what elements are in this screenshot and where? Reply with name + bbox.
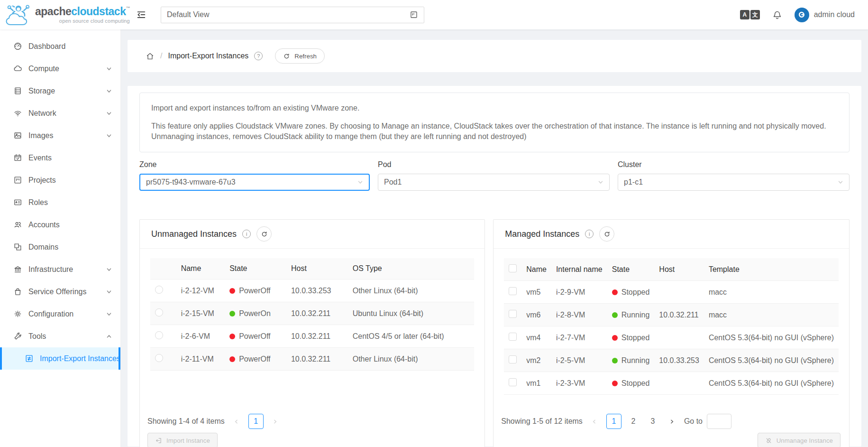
col-host: Host xyxy=(286,258,348,279)
sidebar: Dashboard Compute Storage xyxy=(0,29,121,447)
notification-bell-icon[interactable] xyxy=(772,10,782,20)
next-page-icon[interactable] xyxy=(268,414,283,429)
refresh-button[interactable]: Refresh xyxy=(275,48,325,64)
table-row[interactable]: i-2-12-VM PowerOff 10.0.33.253 Other Lin… xyxy=(150,279,474,302)
table-row[interactable]: vm1 i-2-3-VM Stopped CentOS 5.3(64-bit) … xyxy=(504,372,839,395)
col-internal-name: Internal name xyxy=(551,258,607,281)
row-radio[interactable] xyxy=(155,286,163,294)
user-name: admin cloud xyxy=(814,10,855,19)
user-menu[interactable]: admin cloud xyxy=(795,8,855,22)
sidebar-item-images[interactable]: Images xyxy=(0,124,120,147)
help-icon[interactable]: ? xyxy=(254,52,263,60)
block-icon xyxy=(13,242,22,251)
chevron-down-icon xyxy=(106,88,112,94)
sidebar-item-roles[interactable]: Roles xyxy=(0,191,120,214)
sidebar-item-events[interactable]: Events xyxy=(0,147,120,169)
sidebar-item-import-export-instances[interactable]: Import-Export Instances xyxy=(0,347,120,370)
bank-icon xyxy=(13,265,22,274)
row-checkbox[interactable] xyxy=(509,287,517,295)
project-switch-icon[interactable] xyxy=(410,10,418,19)
row-checkbox[interactable] xyxy=(509,333,517,341)
unmanage-instance-button[interactable]: Unmanage Instance xyxy=(758,433,841,447)
page-1[interactable]: 1 xyxy=(248,414,264,429)
cluster-select[interactable]: p1-c1 xyxy=(618,174,850,191)
state-dot xyxy=(612,289,618,295)
chevron-down-icon xyxy=(838,179,843,185)
main-panel: Import and export instances to/from an e… xyxy=(128,86,861,447)
menu-fold-icon[interactable] xyxy=(136,9,146,20)
description-line-1: Import and export instances to/from an e… xyxy=(151,103,838,113)
sidebar-item-dashboard[interactable]: Dashboard xyxy=(0,35,120,57)
view-selector[interactable]: Default View xyxy=(161,7,424,23)
select-all-checkbox[interactable] xyxy=(509,264,517,272)
goto-label: Go to xyxy=(684,417,703,426)
sidebar-item-configuration[interactable]: Configuration xyxy=(0,303,120,325)
sidebar-item-accounts[interactable]: Accounts xyxy=(0,214,120,236)
row-radio[interactable] xyxy=(155,331,163,339)
managed-pagination: Showing 1-5 of 12 items 1 2 3 Go to xyxy=(500,414,842,429)
unmanaged-instances-panel: Unmanaged Instances i xyxy=(139,219,485,447)
table-row[interactable]: i-2-15-VM PowerOn 10.0.32.211 Ubuntu Lin… xyxy=(150,302,474,325)
prev-page-icon[interactable] xyxy=(587,414,602,429)
chevron-down-icon xyxy=(106,267,112,272)
table-row[interactable]: vm6 i-2-8-VM Running 10.0.32.211 macc xyxy=(504,304,839,326)
row-checkbox[interactable] xyxy=(509,378,517,386)
chevron-down-icon xyxy=(106,133,112,139)
translate-icon[interactable]: A 文 xyxy=(740,10,760,19)
sidebar-item-infrastructure[interactable]: Infrastructure xyxy=(0,258,120,280)
row-radio[interactable] xyxy=(155,308,163,317)
chevron-down-icon xyxy=(106,111,112,116)
row-checkbox[interactable] xyxy=(509,355,517,363)
unmanaged-refresh-button[interactable] xyxy=(256,226,272,242)
sidebar-item-service-offerings[interactable]: Service Offerings xyxy=(0,280,120,303)
chevron-down-icon xyxy=(357,179,363,185)
col-name: Name xyxy=(521,258,551,281)
zone-select[interactable]: pr5075-t943-vmware-67u3 xyxy=(139,174,370,191)
breadcrumb: / Import-Export Instances ? Refresh xyxy=(128,40,861,72)
import-instance-button[interactable]: Import Instance xyxy=(147,433,218,447)
sidebar-item-projects[interactable]: Projects xyxy=(0,169,120,191)
sidebar-item-compute[interactable]: Compute xyxy=(0,57,120,80)
chevron-down-icon xyxy=(106,66,112,72)
zone-label: Zone xyxy=(139,160,370,169)
pod-select[interactable]: Pod1 xyxy=(378,174,610,191)
page-3[interactable]: 3 xyxy=(645,414,660,429)
state-dot xyxy=(229,288,235,294)
cloudstack-logo[interactable]: apachecloudstack™ open source cloud comp… xyxy=(0,0,121,29)
table-row[interactable]: i-2-6-VM PowerOff 10.0.32.211 CentOS 4/5… xyxy=(150,325,474,348)
chevron-down-icon xyxy=(598,179,603,185)
gear-icon xyxy=(13,309,22,318)
pod-filter: Pod Pod1 xyxy=(378,160,610,191)
next-page-icon[interactable] xyxy=(665,414,680,429)
col-state: State xyxy=(607,258,655,281)
sidebar-item-tools[interactable]: Tools xyxy=(0,325,120,347)
page-1[interactable]: 1 xyxy=(606,414,621,429)
prev-page-icon[interactable] xyxy=(229,414,244,429)
info-icon[interactable]: i xyxy=(242,230,251,238)
chevron-up-icon xyxy=(106,334,112,339)
state-dot xyxy=(612,335,618,341)
table-row[interactable]: vm5 i-2-9-VM Stopped macc xyxy=(504,281,839,304)
row-checkbox[interactable] xyxy=(509,310,517,318)
sidebar-item-storage[interactable]: Storage xyxy=(0,80,120,102)
brand-tagline: open source cloud computing xyxy=(35,19,130,24)
row-radio[interactable] xyxy=(155,354,163,362)
state-dot xyxy=(229,311,235,317)
table-row[interactable]: i-2-11-VM PowerOff 10.0.32.211 Other Lin… xyxy=(150,348,474,371)
page-2[interactable]: 2 xyxy=(626,414,641,429)
sidebar-item-network[interactable]: Network xyxy=(0,102,120,124)
managed-instances-table: Name Internal name State Host Template xyxy=(504,258,839,395)
managed-refresh-button[interactable] xyxy=(599,226,614,242)
home-icon[interactable] xyxy=(146,52,155,61)
import-export-icon xyxy=(25,354,34,363)
info-icon[interactable]: i xyxy=(585,230,594,238)
goto-page-input[interactable] xyxy=(707,414,731,429)
table-row[interactable]: vm4 i-2-7-VM Stopped CentOS 5.3(64-bit) … xyxy=(504,326,839,349)
state-dot xyxy=(612,381,618,386)
sidebar-item-domains[interactable]: Domains xyxy=(0,236,120,258)
team-icon xyxy=(13,220,22,229)
table-row[interactable]: vm2 i-2-5-VM Running 10.0.33.253 CentOS … xyxy=(504,349,839,372)
col-name: Name xyxy=(176,258,225,279)
picture-icon xyxy=(13,131,22,140)
idcard-icon xyxy=(13,198,22,207)
